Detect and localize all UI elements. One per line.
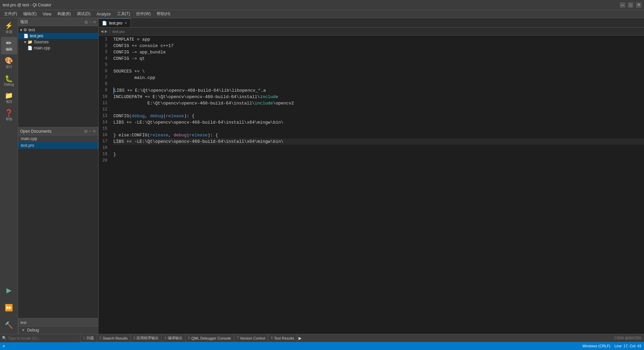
bottom-search-box[interactable]: 🔍 xyxy=(0,334,80,342)
tree-item-test-root[interactable]: ▼ ⚙ test xyxy=(18,27,98,33)
line-numbers: 1 2 3 4 5 6 7 8 9 10 11 12 13 14 15 16 1 xyxy=(99,36,112,164)
open-docs-close-icon[interactable]: ✕ xyxy=(93,129,96,134)
menu-help[interactable]: 帮助(H) xyxy=(154,10,173,17)
search-input[interactable] xyxy=(8,336,62,340)
menu-view[interactable]: View xyxy=(40,11,54,17)
tree-item-test-pro[interactable]: 📄 test.pro xyxy=(18,33,98,39)
open-doc-test-pro[interactable]: test.pro xyxy=(18,142,98,149)
code-line-16: } else:CONFIG(release, debug|release): { xyxy=(113,132,644,138)
code-editor[interactable]: 1 2 3 4 5 6 7 8 9 10 11 12 13 14 15 16 1 xyxy=(99,36,644,334)
ln-5: 5 xyxy=(99,62,109,68)
tree-label-test: test xyxy=(29,28,35,32)
project-collapse-icon[interactable]: − xyxy=(89,20,92,25)
code-line-15 xyxy=(113,126,644,132)
toolbar-sep1: | xyxy=(109,29,110,34)
menu-tools[interactable]: 工具(T) xyxy=(114,10,133,17)
sidebar-help[interactable]: ❓ 帮助 xyxy=(1,107,17,124)
ln-17: 17 xyxy=(99,138,109,145)
welcome-icon: ⚡ xyxy=(5,22,13,29)
ln-12: 12 xyxy=(99,106,109,113)
sidebar-debug[interactable]: 🐛 Debug xyxy=(1,72,17,89)
tab-pro-icon: 📄 xyxy=(102,21,107,26)
menu-controls[interactable]: 控件(W) xyxy=(133,10,153,17)
ln-6: 6 xyxy=(99,68,109,75)
tab-test-pro[interactable]: 📄 test.pro ✕ xyxy=(99,18,131,27)
project-tree: ▼ ⚙ test 📄 test.pro ▼ 📁 Sources 📄 main.c… xyxy=(18,26,98,127)
debug-icon: 🐛 xyxy=(5,75,13,82)
design-icon: 🎨 xyxy=(5,57,13,64)
tree-label-test-pro: test.pro xyxy=(30,34,43,38)
open-doc-main-cpp[interactable]: main.cpp xyxy=(18,135,98,142)
bottom-tab-more[interactable]: ▶ xyxy=(297,336,303,341)
edit-icon: ✏ xyxy=(6,40,12,46)
code-lines[interactable]: TEMPLATE = app CONFIG += console c++17 C… xyxy=(112,36,644,164)
run-without-debug-button[interactable]: ⏩ xyxy=(1,299,17,316)
code-content: 1 2 3 4 5 6 7 8 9 10 11 12 13 14 15 16 1 xyxy=(99,36,644,164)
ln-4: 4 xyxy=(99,55,109,62)
ln-1: 1 xyxy=(99,36,109,43)
sidebar-project[interactable]: 📁 项目 xyxy=(1,89,17,107)
ln-7: 7 xyxy=(99,75,109,81)
open-docs-collapse-icon[interactable]: − xyxy=(89,129,91,134)
sidebar-welcome-label: 欢迎 xyxy=(6,30,12,34)
sidebar: ⚡ 欢迎 ✏ 编辑 🎨 设计 🐛 Debug 📁 项目 ❓ 帮助 ▶ ⏩ xyxy=(0,18,18,334)
open-docs-title: Open Documents xyxy=(20,129,51,134)
tab-num-2: 2 xyxy=(100,336,102,340)
bottom-tab-compile-output[interactable]: 4 编译输出 xyxy=(162,334,185,342)
tab-close-icon[interactable]: ✕ xyxy=(124,21,127,25)
menu-file[interactable]: 文件(F) xyxy=(1,10,20,17)
menu-debug[interactable]: 调试(D) xyxy=(74,10,93,17)
code-line-19: } xyxy=(113,151,644,158)
tree-item-sources[interactable]: ▼ 📁 Sources xyxy=(18,39,98,45)
ln-2: 2 xyxy=(99,43,109,49)
tree-arrow-test: ▼ xyxy=(19,28,23,32)
bottom-tab-test-results[interactable]: 8 Test Results xyxy=(268,334,297,342)
ln-19: 19 xyxy=(99,151,109,158)
build-button[interactable]: 🔨 xyxy=(1,316,17,334)
sidebar-welcome[interactable]: ⚡ 欢迎 xyxy=(1,19,17,37)
bottom-tab-app-output[interactable]: 3 应用程序输出 xyxy=(131,334,162,342)
tab-num-7: 7 xyxy=(237,336,239,340)
maximize-button[interactable]: □ xyxy=(628,2,633,8)
menu-edit[interactable]: 编辑(E) xyxy=(20,10,39,17)
bottom-status-right: CSDN @66iC25G xyxy=(611,336,644,340)
project-title: 项目 xyxy=(20,19,28,25)
close-button[interactable]: ✕ xyxy=(636,2,641,8)
bottom-tab-qml-debugger[interactable]: 5 QML Debugger Console xyxy=(185,334,234,342)
menu-analyze[interactable]: Analyze xyxy=(94,11,114,17)
bottom-tab-issues[interactable]: 1 问题 xyxy=(80,334,97,342)
minimize-button[interactable]: ─ xyxy=(620,2,625,8)
menu-build[interactable]: 构建(B) xyxy=(55,10,73,17)
title-text: test.pro @ test - Qt Creator xyxy=(3,3,51,7)
tab-label-app-output: 应用程序输出 xyxy=(137,336,159,341)
sidebar-design[interactable]: 🎨 设计 xyxy=(1,54,17,72)
ln-3: 3 xyxy=(99,49,109,55)
project-close-icon[interactable]: ✕ xyxy=(93,20,96,25)
code-line-5 xyxy=(113,62,644,68)
open-docs-filter-icon[interactable]: ⊞ xyxy=(84,129,88,134)
bottom-tab-search-results[interactable]: 2 Search Results xyxy=(97,334,131,342)
project-filter-icon[interactable]: ⊞ xyxy=(85,20,88,25)
code-line-18 xyxy=(113,145,644,151)
sidebar-edit[interactable]: ✏ 编辑 xyxy=(1,37,17,54)
kit-debug-item[interactable]: ▼ Debug xyxy=(18,326,99,334)
menu-bar: 文件(F) 编辑(E) View 构建(B) 调试(D) Analyze 工具(… xyxy=(0,10,644,18)
project-file-icon: ⚙ xyxy=(23,28,27,32)
editor-toolbar: ◀ ▶ | test.pro xyxy=(99,28,644,36)
title-controls: ─ □ ✕ xyxy=(620,2,641,8)
run-button[interactable]: ▶ xyxy=(1,281,17,299)
tree-label-sources: Sources xyxy=(34,40,49,44)
tree-item-main-cpp[interactable]: 📄 main.cpp xyxy=(18,45,98,51)
toolbar-back[interactable]: ◀ xyxy=(101,29,103,34)
build-icon: 🔨 xyxy=(5,322,13,329)
ln-18: 18 xyxy=(99,145,109,151)
code-line-14: LIBS += -LE:\Qt\opencv\opencv-460-build-… xyxy=(113,119,644,126)
bottom-panel: 🔍 1 问题 2 Search Results 3 应用程序输出 4 编译输出 … xyxy=(0,334,644,342)
code-line-10: INCLUDEPATH += E:\Qt\opencv\opencv-460-b… xyxy=(113,94,644,100)
toolbar-forward[interactable]: ▶ xyxy=(105,29,107,34)
code-line-3: CONFIG -= app_bundle xyxy=(113,49,644,55)
bottom-tab-version-control[interactable]: 7 Version Control xyxy=(234,334,268,342)
run-icon: ▶ xyxy=(6,287,11,294)
project-icon: 📁 xyxy=(5,92,13,99)
status-encoding[interactable]: Windows (CRLF) xyxy=(582,344,610,348)
